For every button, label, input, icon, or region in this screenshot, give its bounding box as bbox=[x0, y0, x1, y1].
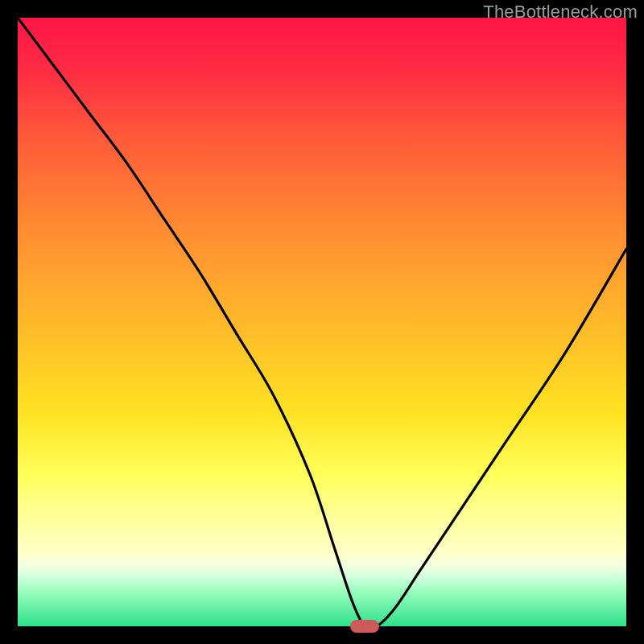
optimal-marker bbox=[350, 620, 379, 633]
chart-frame: TheBottleneck.com bbox=[0, 0, 644, 644]
plot-area bbox=[18, 18, 626, 626]
watermark-text: TheBottleneck.com bbox=[483, 2, 638, 23]
curve-path bbox=[18, 18, 626, 626]
bottleneck-curve bbox=[18, 18, 626, 626]
